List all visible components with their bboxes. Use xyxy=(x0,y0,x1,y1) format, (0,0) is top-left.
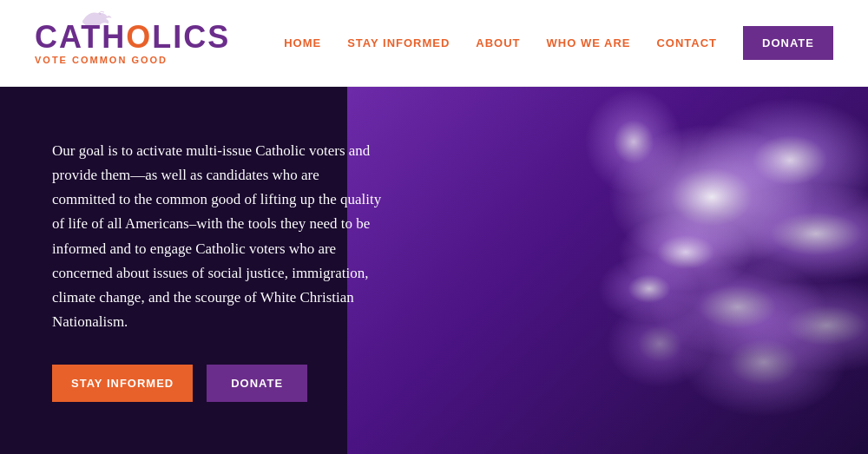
nav-donate-button[interactable]: DONATE xyxy=(743,26,833,60)
site-name: CATHOLICS xyxy=(35,22,230,53)
nav-contact[interactable]: CONTACT xyxy=(656,36,717,49)
hero-stay-informed-button[interactable]: STAY INFORMED xyxy=(52,365,193,402)
hero-donate-button[interactable]: DONATE xyxy=(207,365,307,402)
hero-body-text: Our goal is to activate multi-issue Cath… xyxy=(52,139,382,333)
main-nav: HOME STAY INFORMED ABOUT WHO WE ARE CONT… xyxy=(284,26,833,60)
hero-buttons: STAY INFORMED DONATE xyxy=(52,365,382,402)
logo-wrap: CATHOLICS VOTE COMMON GOOD xyxy=(35,22,230,65)
hero-content: Our goal is to activate multi-issue Cath… xyxy=(0,95,434,444)
hero-section: Our goal is to activate multi-issue Cath… xyxy=(0,87,868,454)
nav-about[interactable]: ABOUT xyxy=(476,36,520,49)
nav-home[interactable]: HOME xyxy=(284,36,321,49)
nav-who-we-are[interactable]: WHO WE ARE xyxy=(547,36,631,49)
logo-area: CATHOLICS VOTE COMMON GOOD xyxy=(35,22,230,65)
site-tagline: VOTE COMMON GOOD xyxy=(35,55,230,65)
logo-text: CATHOLICS VOTE COMMON GOOD xyxy=(35,22,230,65)
site-header: CATHOLICS VOTE COMMON GOOD HOME STAY INF… xyxy=(0,0,868,87)
svg-point-0 xyxy=(99,13,101,15)
nav-stay-informed[interactable]: STAY INFORMED xyxy=(347,36,450,49)
